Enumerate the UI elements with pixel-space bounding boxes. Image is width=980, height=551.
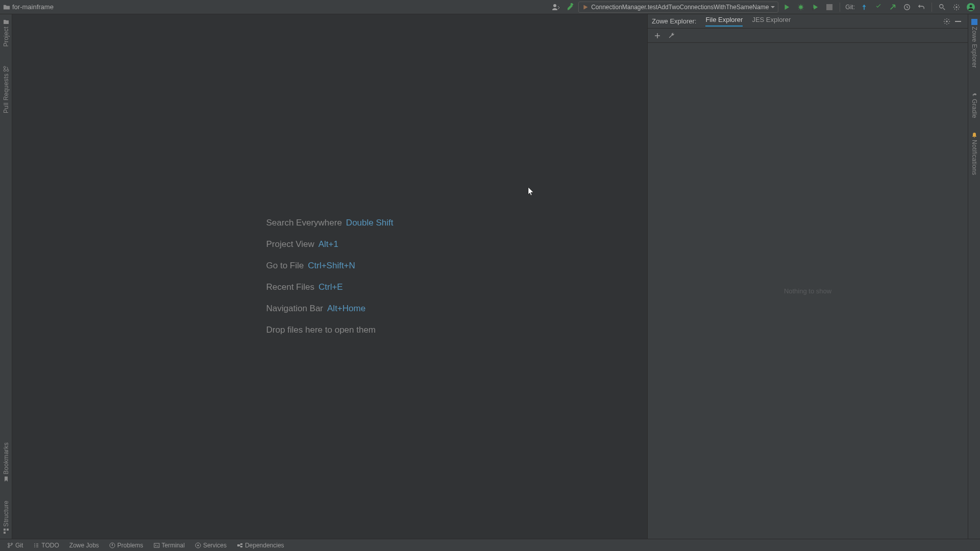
pull-requests-label: Pull Requests [3, 73, 10, 113]
bottom-problems-button[interactable]: Problems [105, 540, 148, 551]
svg-point-11 [4, 69, 6, 71]
debug-icon[interactable] [795, 1, 807, 13]
project-breadcrumb[interactable]: for-mainframe [3, 3, 54, 11]
editor-empty-area[interactable]: Search Everywhere Double Shift Project V… [12, 14, 647, 539]
bottom-label: TODO [41, 542, 59, 549]
git-branch-icon [7, 542, 13, 548]
panel-settings-gear-icon[interactable] [941, 16, 952, 27]
pull-request-icon [3, 65, 10, 72]
bottom-label: Dependencies [245, 542, 284, 549]
pull-requests-tool-button[interactable]: Pull Requests [0, 65, 12, 113]
bottom-label: Git [15, 542, 23, 549]
bottom-dependencies-button[interactable]: Dependencies [233, 540, 288, 551]
structure-label: Structure [3, 500, 10, 527]
account-avatar-icon[interactable] [965, 1, 977, 13]
chevron-down-icon [771, 5, 775, 9]
git-update-icon[interactable] [858, 1, 870, 13]
right-tool-stripe: Zowe Explorer Gradle Notifications [968, 14, 980, 539]
hint-shortcut: Alt+1 [318, 239, 338, 249]
hint-search-everywhere: Search Everywhere Double Shift [266, 218, 394, 228]
zowe-explorer-tool-button[interactable]: Zowe Explorer [968, 18, 980, 68]
test-run-icon [582, 4, 589, 11]
hint-shortcut: Ctrl+E [318, 282, 343, 292]
bell-icon [971, 132, 978, 139]
run-with-coverage-icon[interactable] [809, 1, 821, 13]
hint-navigation-bar: Navigation Bar Alt+Home [266, 304, 394, 314]
todo-icon [33, 542, 39, 548]
search-icon[interactable] [936, 1, 948, 13]
svg-point-19 [8, 543, 10, 544]
hint-label: Recent Files [266, 282, 314, 292]
hint-shortcut: Ctrl+Shift+N [308, 261, 355, 271]
empty-state-text: Nothing to show [784, 287, 831, 295]
bottom-terminal-button[interactable]: Terminal [150, 540, 189, 551]
git-commit-icon[interactable] [872, 1, 885, 13]
configure-wrench-icon[interactable] [666, 30, 677, 41]
bottom-tool-bar: Git TODO Zowe Jobs Problems Terminal Ser… [0, 539, 980, 551]
svg-rect-13 [4, 529, 6, 531]
folder-icon [3, 4, 10, 11]
svg-rect-28 [240, 546, 242, 547]
toolbar-right: ConnectionManager.testAddTwoConnectionsW… [550, 1, 977, 13]
git-label: Git: [845, 4, 855, 11]
svg-rect-26 [237, 544, 239, 546]
structure-tool-button[interactable]: Structure [0, 500, 12, 535]
project-label: Project [3, 27, 10, 46]
hint-label: Project View [266, 239, 314, 249]
bottom-todo-button[interactable]: TODO [29, 540, 63, 551]
project-name: for-mainframe [12, 3, 54, 11]
panel-title: Zowe Explorer: [652, 17, 696, 25]
tab-file-explorer[interactable]: File Explorer [705, 16, 743, 27]
hint-label: Search Everywhere [266, 218, 342, 228]
notifications-tool-button[interactable]: Notifications [968, 132, 980, 175]
hint-recent-files: Recent Files Ctrl+E [266, 282, 394, 292]
run-configuration-selector[interactable]: ConnectionManager.testAddTwoConnectionsW… [578, 2, 778, 13]
bookmarks-label: Bookmarks [3, 442, 10, 474]
svg-point-10 [4, 66, 6, 68]
hint-label: Go to File [266, 261, 304, 271]
svg-point-6 [940, 4, 943, 8]
bottom-zowe-jobs-button[interactable]: Zowe Jobs [65, 540, 103, 551]
bottom-git-button[interactable]: Git [3, 540, 27, 551]
project-tool-button[interactable]: Project [0, 18, 12, 46]
panel-hide-icon[interactable] [952, 16, 964, 27]
svg-point-21 [11, 543, 13, 544]
svg-rect-4 [826, 4, 832, 10]
svg-rect-27 [240, 543, 242, 545]
bookmark-icon [3, 475, 10, 483]
svg-point-9 [970, 5, 972, 7]
run-config-label: ConnectionManager.testAddTwoConnectionsW… [591, 4, 769, 11]
build-hammer-icon[interactable] [564, 1, 576, 13]
svg-point-2 [799, 5, 803, 9]
project-icon [3, 18, 10, 26]
warning-icon [109, 542, 115, 548]
gradle-tool-button[interactable]: Gradle [968, 91, 980, 118]
add-icon[interactable] [652, 30, 663, 41]
hint-shortcut: Double Shift [346, 218, 394, 228]
stop-icon[interactable] [823, 1, 836, 13]
svg-rect-17 [955, 21, 961, 22]
bottom-services-button[interactable]: Services [191, 540, 231, 551]
panel-toolbar [648, 29, 968, 43]
panel-header: Zowe Explorer: File Explorer JES Explore… [648, 14, 968, 29]
bottom-label: Zowe Jobs [69, 542, 99, 549]
hint-go-to-file: Go to File Ctrl+Shift+N [266, 261, 394, 271]
services-icon [195, 542, 201, 548]
run-icon[interactable] [780, 1, 793, 13]
git-rollback-icon[interactable] [915, 1, 927, 13]
bookmarks-tool-button[interactable]: Bookmarks [0, 442, 12, 483]
mouse-cursor-icon [528, 187, 535, 196]
hint-project-view: Project View Alt+1 [266, 239, 394, 249]
bottom-label: Problems [117, 542, 143, 549]
user-icon[interactable] [550, 1, 562, 13]
zowe-label: Zowe Explorer [971, 27, 978, 68]
gradle-label: Gradle [971, 99, 978, 118]
tab-jes-explorer[interactable]: JES Explorer [752, 16, 791, 27]
svg-rect-15 [4, 532, 6, 534]
bottom-label: Terminal [162, 542, 185, 549]
settings-gear-icon[interactable] [950, 1, 963, 13]
zowe-icon [971, 18, 978, 26]
gradle-icon [971, 91, 978, 98]
git-push-icon[interactable] [887, 1, 899, 13]
git-history-icon[interactable] [901, 1, 913, 13]
